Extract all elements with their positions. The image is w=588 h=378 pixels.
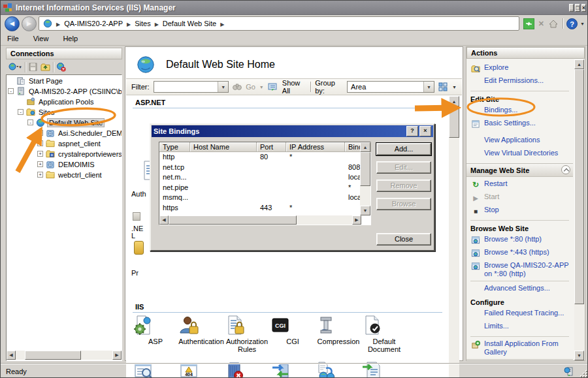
binding-row-msmq[interactable]: msmq...loca [159,193,371,202]
action-browse-443-https[interactable]: Browse *:443 (https) [470,247,573,260]
resize-grip[interactable] [580,370,587,377]
tree-expander[interactable]: + [37,161,43,167]
tree-item-demoimis[interactable]: +DEMOIMIS [7,159,122,169]
tree-item-default-web-site[interactable]: -Default Web Site [7,118,122,127]
feature-cgi[interactable]: CGICGI [270,315,316,353]
refresh-icon[interactable] [523,18,534,29]
scroll-thumb[interactable] [25,351,81,360]
view-style-arrow[interactable]: ▼ [452,85,457,89]
tree-expander[interactable]: + [37,140,43,146]
tree-item-qa-imis20-2-app-csiinc-b[interactable]: -QA-IMIS20-2-APP (CSIINC\brook [7,86,122,96]
breadcrumb-item[interactable]: QA-IMIS20-2-APP [64,20,123,27]
action-restart[interactable]: ↻Restart [470,179,573,192]
action-stop[interactable]: ■Stop [470,205,573,218]
scroll-thumb[interactable] [169,215,297,225]
scroll-thumb[interactable] [360,152,370,186]
scroll-up-button[interactable]: ▲ [360,142,370,152]
tree-item-sites[interactable]: -Sites [7,107,122,117]
action-view-virtual-directories[interactable]: View Virtual Directories [470,148,573,161]
show-all-button[interactable]: Show All [282,79,306,95]
binding-row-http[interactable]: http80* [159,152,371,162]
tree-expander[interactable]: + [37,151,43,157]
tree-expander[interactable]: - [8,88,14,94]
connect-dropdown-arrow[interactable]: ▼ [18,65,22,69]
binding-row-netm[interactable]: net.m...loca [159,172,371,182]
action-start[interactable]: ▶Start [470,192,573,205]
action-install-application-from-gallery[interactable]: Install Application From Gallery [470,339,573,357]
tree-item-aspnet-client[interactable]: +aspnet_client [7,138,122,148]
breadcrumb-item[interactable]: Default Web Site [163,20,216,27]
tree-item-application-pools[interactable]: Application Pools [7,97,122,106]
minimize-button[interactable]: _ [569,4,574,12]
connect-globe-icon[interactable]: ▼ [8,62,22,72]
scroll-left-button[interactable]: ◀ [159,215,169,225]
filter-input[interactable]: ▼ [154,81,229,93]
tree-expander[interactable]: + [37,130,43,136]
column-header-port[interactable]: Port [257,142,286,152]
back-button[interactable]: ◄ [5,16,20,31]
dialog-button-close[interactable]: Close [376,233,431,245]
bindings-vscrollbar[interactable]: ▲▼ [360,142,370,215]
go-button[interactable]: Go [246,83,255,91]
scroll-right-button[interactable]: ▶ [352,215,361,225]
connections-hscrollbar[interactable]: ◀▶ [7,351,122,360]
feature-authentication[interactable]: Authentication [178,315,224,353]
action-view-applications[interactable]: View Applications [470,135,573,148]
folder-up-icon[interactable] [41,62,50,72]
feature-default-document[interactable]: Default Document [361,315,407,353]
action-bindings[interactable]: Bindings... [470,105,573,118]
delete-connection-icon[interactable] [56,62,66,72]
close-button[interactable]: × [581,4,586,12]
forward-button[interactable]: ► [22,16,37,31]
action-basic-settings[interactable]: Basic Settings... [470,118,573,131]
column-header-type[interactable]: Type [159,142,190,152]
home-icon[interactable] [548,19,559,29]
tree-item-asi-scheduler-demo[interactable]: +Asi.Scheduler_DEMO [7,128,122,138]
actions-vscrollbar[interactable]: ▲ ▼ [574,59,584,360]
breadcrumb[interactable]: ▶QA-IMIS20-2-APP▶Sites▶Default Web Site▶ [39,16,519,31]
breadcrumb-item[interactable]: Sites [135,20,150,27]
dialog-close-button[interactable]: × [419,126,431,136]
action-advanced-settings[interactable]: Advanced Settings... [470,283,573,296]
menu-item-file[interactable]: File [7,35,19,42]
help-icon[interactable]: ? [566,18,578,29]
dialog-help-button[interactable]: ? [406,126,418,136]
action-limits[interactable]: Limits... [470,321,573,334]
tree-expander[interactable]: + [37,172,43,178]
tree-item-start-page[interactable]: Start Page [7,76,122,86]
scroll-track[interactable] [16,351,112,360]
action-browse-80-http[interactable]: Browse *:80 (http) [470,234,573,247]
action-explore[interactable]: Explore [470,63,573,76]
action-failed-request-tracing[interactable]: Failed Request Tracing... [470,308,573,321]
tree-expander[interactable]: - [18,109,24,115]
dialog-title-bar[interactable]: Site Bindings ?× [152,125,433,137]
tree-item-webctrl-client[interactable]: +webctrl_client [7,170,122,180]
feature-authorization-rules[interactable]: Authorization Rules [224,315,270,353]
column-header-ip-address[interactable]: IP Address [286,142,345,152]
feature-compression[interactable]: Compression [316,315,361,353]
scroll-right-button[interactable]: ▶ [112,351,122,360]
scroll-down-button[interactable]: ▼ [360,206,370,215]
tree-item-crystalreportviewers[interactable]: +acrystalreportviewers [7,149,122,159]
binding-row-nettcp[interactable]: net.tcp808 [159,163,371,172]
action-browse-qa-imis20-2-app-on-80-http[interactable]: Browse QA-IMIS20-2-APP on *:80 (http) [470,260,573,279]
bindings-hscrollbar[interactable]: ◀▶ [159,215,361,225]
menu-item-help[interactable]: Help [63,35,78,42]
maximize-button[interactable]: □ [575,4,580,12]
save-icon[interactable] [28,62,38,72]
action-edit-permissions[interactable]: Edit Permissions... [470,76,573,89]
collapse-chevron-icon[interactable] [561,165,570,174]
tree-expander[interactable]: - [27,119,33,125]
binding-row-netpipe[interactable]: net.pipe* [159,183,371,193]
stop-request-icon[interactable]: ✕ [538,20,544,28]
view-style-icon[interactable] [438,82,448,91]
column-header-host-name[interactable]: Host Name [190,142,257,152]
content-vscrollbar[interactable]: ▲ ▼ [449,96,459,378]
binding-row-https[interactable]: https443* [159,203,371,213]
menu-item-view[interactable]: View [33,35,49,42]
scroll-track[interactable] [169,215,352,225]
scroll-left-button[interactable]: ◀ [7,351,16,360]
go-dropdown-arrow[interactable]: ▼ [259,85,264,89]
group-by-select[interactable]: Area ▼ [347,81,434,93]
feature-asp[interactable]: ASP [133,315,178,353]
